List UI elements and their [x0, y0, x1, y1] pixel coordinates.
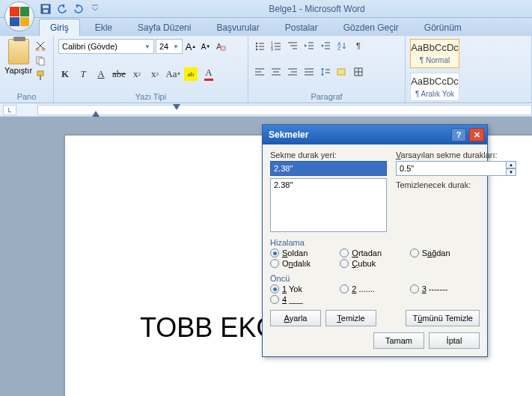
tab-postalar[interactable]: Postalar — [275, 19, 328, 36]
set-button[interactable]: Ayarla — [270, 310, 321, 326]
tab-selector[interactable]: L — [3, 105, 16, 115]
radio-align-decimal[interactable]: Ondalık — [270, 259, 340, 268]
tab-basvurular[interactable]: Başvurular — [206, 19, 269, 36]
svg-rect-11 — [221, 46, 225, 50]
radio-icon — [270, 284, 279, 293]
strikethrough-icon[interactable]: abe — [112, 67, 126, 81]
style-sample: AaBbCcDc — [411, 42, 459, 53]
bold-icon[interactable]: K — [58, 67, 72, 81]
window-title: Belge1 - Microsoft Word — [102, 4, 532, 14]
dialog-titlebar[interactable]: Sekmeler ? ✕ — [263, 125, 487, 144]
line-spacing-icon[interactable] — [319, 65, 332, 79]
copy-icon[interactable] — [34, 54, 47, 67]
style-sample: AaBbCcDc — [411, 76, 459, 87]
tab-sayfa-duzeni[interactable]: Sayfa Düzeni — [127, 19, 201, 36]
default-tab-input[interactable] — [396, 161, 506, 176]
default-tab-spinner[interactable]: ▲▼ — [396, 161, 516, 176]
redo-icon[interactable] — [72, 2, 85, 16]
align-right-icon[interactable] — [286, 65, 299, 79]
ruler-indent-marker[interactable] — [92, 111, 100, 117]
svg-point-12 — [256, 43, 257, 44]
group-styles: AaBbCcDc ¶ Normal AaBbCcDc ¶ Aralık Yok — [406, 36, 532, 103]
list-item[interactable]: 2.38" — [274, 180, 383, 189]
tab-gozden-gecir[interactable]: Gözden Geçir — [333, 19, 409, 36]
chevron-down-icon: ▼ — [173, 43, 179, 50]
underline-icon[interactable]: A — [94, 67, 108, 81]
office-button[interactable] — [4, 1, 34, 31]
clear-all-button[interactable]: Tümünü Temizle — [406, 310, 480, 326]
spin-up-icon[interactable]: ▲ — [506, 161, 516, 168]
radio-icon — [340, 284, 349, 293]
cut-icon[interactable] — [34, 39, 47, 52]
tab-ekle[interactable]: Ekle — [85, 19, 123, 36]
group-label-paragraph: Paragraf — [253, 92, 400, 101]
sort-icon[interactable]: AZ — [335, 39, 349, 52]
style-no-spacing[interactable]: AaBbCcDc ¶ Aralık Yok — [410, 73, 459, 102]
radio-leader-2[interactable]: 2 ....... — [340, 284, 409, 293]
tab-giris[interactable]: Giriş — [39, 19, 80, 36]
horizontal-ruler[interactable] — [37, 105, 532, 115]
style-normal[interactable]: AaBbCcDc ¶ Normal — [410, 39, 459, 68]
group-label-pano: Pano — [4, 92, 49, 101]
change-case-icon[interactable]: Aa▾ — [166, 67, 180, 81]
radio-leader-1[interactable]: 1 Yok — [270, 284, 340, 293]
tab-stop-list[interactable]: 2.38" — [270, 178, 387, 232]
paste-button[interactable]: Yapıştır — [4, 39, 32, 82]
cancel-button[interactable]: İptal — [429, 332, 480, 349]
show-marks-icon[interactable]: ¶ — [352, 39, 365, 52]
font-size-select[interactable]: 24 ▼ — [156, 39, 183, 54]
numbering-icon[interactable]: 123 — [269, 39, 283, 52]
shrink-font-icon[interactable]: A▼ — [199, 40, 213, 53]
ok-button[interactable]: Tamam — [373, 332, 424, 349]
radio-leader-4[interactable]: 4 ___ — [270, 295, 340, 304]
alignment-section-label: Hizalama — [270, 238, 480, 247]
leader-section-label: Öncü — [270, 274, 480, 283]
chevron-down-icon: ▼ — [144, 43, 150, 50]
format-painter-icon[interactable] — [34, 69, 47, 82]
group-label-font: Yazı Tipi — [58, 92, 243, 101]
bullets-icon[interactable] — [253, 39, 266, 52]
tab-gorunum[interactable]: Görünüm — [414, 19, 472, 36]
shading-icon[interactable] — [335, 65, 349, 79]
svg-rect-1 — [43, 5, 49, 8]
grow-font-icon[interactable]: A▲ — [184, 40, 198, 53]
undo-icon[interactable] — [55, 2, 69, 16]
font-color-icon[interactable]: A — [202, 67, 215, 81]
highlight-icon[interactable]: ab — [184, 67, 198, 81]
close-button[interactable]: ✕ — [469, 128, 484, 141]
clear-button[interactable]: Temizle — [325, 310, 376, 326]
group-pano: Yapıştır Pano — [0, 36, 54, 103]
radio-icon — [410, 249, 419, 258]
spin-down-icon[interactable]: ▼ — [506, 168, 516, 176]
subscript-icon[interactable]: x2 — [130, 67, 144, 81]
decrease-indent-icon[interactable] — [302, 39, 316, 52]
ruler[interactable]: L — [0, 103, 532, 117]
tab-stop-input[interactable] — [270, 161, 387, 176]
align-center-icon[interactable] — [269, 65, 283, 79]
radio-leader-3[interactable]: 3 ------- — [410, 284, 480, 293]
increase-indent-icon[interactable] — [319, 39, 332, 52]
radio-align-right[interactable]: Sağdan — [410, 249, 480, 258]
radio-icon — [340, 259, 349, 268]
radio-icon — [340, 249, 349, 258]
multilevel-list-icon[interactable] — [286, 39, 299, 52]
save-icon[interactable] — [39, 2, 52, 16]
help-button[interactable]: ? — [451, 128, 466, 141]
italic-icon[interactable]: T — [76, 67, 90, 81]
clipboard-icon — [8, 39, 29, 64]
justify-icon[interactable] — [302, 65, 316, 79]
default-tab-label: Varsayılan sekme durakları: — [396, 150, 516, 159]
qat-customize-icon[interactable] — [88, 2, 102, 16]
align-left-icon[interactable] — [253, 65, 266, 79]
clear-formatting-icon[interactable]: A — [214, 40, 227, 53]
radio-icon — [270, 295, 279, 304]
radio-align-center[interactable]: Ortadan — [340, 249, 409, 258]
borders-icon[interactable] — [352, 65, 365, 79]
svg-text:Z: Z — [337, 46, 341, 51]
quick-access-toolbar — [39, 2, 102, 16]
superscript-icon[interactable]: x2 — [148, 67, 162, 81]
radio-align-left[interactable]: Soldan — [270, 249, 340, 258]
font-name-select[interactable]: Calibri (Gövde) ▼ — [58, 39, 154, 54]
radio-align-bar[interactable]: Çubuk — [340, 259, 409, 268]
ruler-tab-marker[interactable] — [173, 104, 180, 110]
